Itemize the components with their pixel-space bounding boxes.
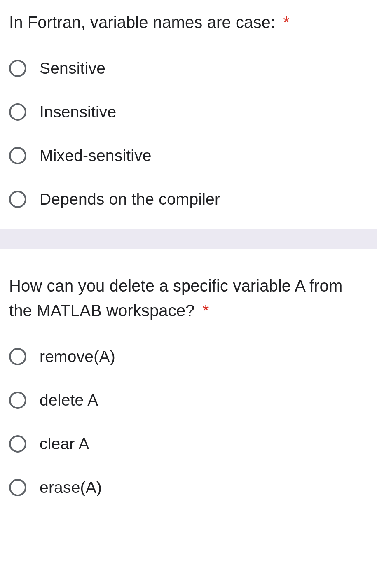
- card-separator: [0, 229, 377, 249]
- option-label: Depends on the compiler: [40, 190, 220, 208]
- option-row[interactable]: delete A: [9, 391, 368, 409]
- option-row[interactable]: clear A: [9, 435, 368, 453]
- option-row[interactable]: Mixed-sensitive: [9, 147, 368, 165]
- option-row[interactable]: Sensitive: [9, 59, 368, 77]
- option-row[interactable]: remove(A): [9, 348, 368, 366]
- question-text: In Fortran, variable names are case: *: [9, 10, 368, 35]
- radio-icon[interactable]: [9, 348, 26, 365]
- options-group: remove(A) delete A clear A erase(A): [9, 348, 368, 497]
- question-text: How can you delete a specific variable A…: [9, 273, 368, 323]
- question-card-1: In Fortran, variable names are case: * S…: [0, 0, 377, 229]
- radio-icon[interactable]: [9, 103, 26, 121]
- required-asterisk: *: [283, 13, 290, 31]
- option-label: remove(A): [40, 348, 115, 366]
- question-label: In Fortran, variable names are case:: [9, 13, 275, 31]
- option-label: erase(A): [40, 478, 102, 497]
- option-label: Sensitive: [40, 59, 105, 77]
- option-row[interactable]: erase(A): [9, 478, 368, 497]
- question-card-2: How can you delete a specific variable A…: [0, 249, 377, 517]
- option-label: delete A: [40, 391, 98, 409]
- radio-icon[interactable]: [9, 392, 26, 409]
- required-asterisk: *: [203, 301, 209, 320]
- radio-icon[interactable]: [9, 191, 26, 208]
- radio-icon[interactable]: [9, 435, 26, 453]
- radio-icon[interactable]: [9, 479, 26, 496]
- radio-icon[interactable]: [9, 147, 26, 164]
- radio-icon[interactable]: [9, 60, 26, 77]
- option-label: Mixed-sensitive: [40, 147, 152, 165]
- option-row[interactable]: Depends on the compiler: [9, 190, 368, 208]
- options-group: Sensitive Insensitive Mixed-sensitive De…: [9, 59, 368, 208]
- option-label: Insensitive: [40, 103, 116, 121]
- question-label: How can you delete a specific variable A…: [9, 277, 342, 320]
- option-row[interactable]: Insensitive: [9, 103, 368, 121]
- option-label: clear A: [40, 435, 89, 453]
